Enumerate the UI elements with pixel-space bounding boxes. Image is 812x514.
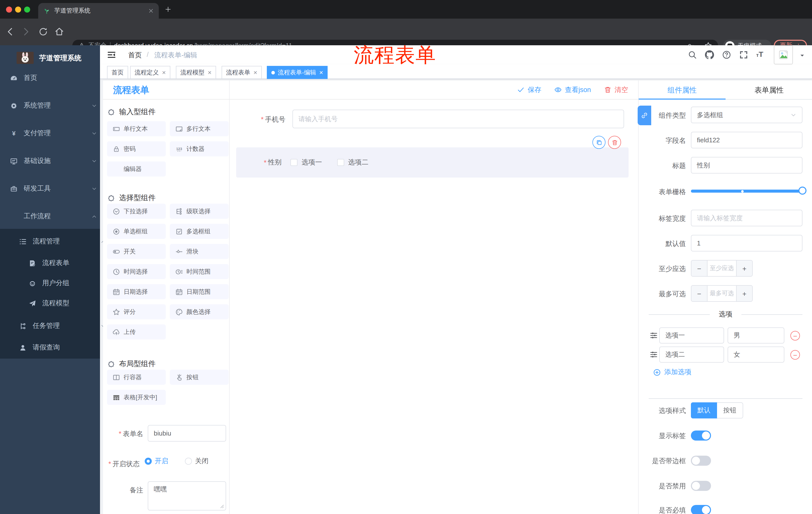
- component-chip-date-picker[interactable]: 日期选择: [107, 284, 166, 299]
- traffic-minimize-button[interactable]: [15, 6, 21, 12]
- option-value-input[interactable]: 女: [728, 347, 784, 362]
- component-chip-time-picker[interactable]: 时间选择: [107, 264, 166, 279]
- default-value-input[interactable]: 1: [691, 235, 803, 251]
- help-icon[interactable]: [722, 50, 731, 59]
- component-chip-checkbox-group[interactable]: 多选框组: [170, 224, 229, 239]
- option-value-input[interactable]: 男: [728, 327, 784, 344]
- remove-option-icon[interactable]: −: [790, 331, 800, 341]
- phone-input[interactable]: 请输入手机号: [292, 110, 624, 128]
- reload-icon[interactable]: [38, 27, 48, 37]
- option-name-input[interactable]: 选项二: [659, 347, 724, 362]
- plus-button[interactable]: +: [736, 286, 752, 301]
- grid-slider-handle[interactable]: [799, 187, 807, 195]
- tag-close-icon[interactable]: ✕: [253, 70, 258, 75]
- sidebar-item-devtools[interactable]: 研发工具: [0, 176, 110, 201]
- form-name-input[interactable]: biubiu: [148, 425, 226, 441]
- minus-button[interactable]: −: [691, 261, 707, 276]
- add-option-button[interactable]: 添加选项: [653, 368, 691, 377]
- component-chip-time-range[interactable]: 时间范围: [170, 264, 229, 279]
- search-icon[interactable]: [688, 50, 697, 59]
- title-input[interactable]: 性别: [691, 157, 803, 173]
- sidebar-item-leave-query[interactable]: 请假查询: [0, 336, 119, 359]
- component-chip-multi-text[interactable]: 多行文本: [170, 121, 229, 136]
- show-label-toggle[interactable]: [691, 431, 711, 440]
- delete-component-button[interactable]: [608, 136, 621, 149]
- component-chip-editor[interactable]: 编辑器: [107, 161, 166, 177]
- component-chip-row-container[interactable]: 行容器: [107, 370, 166, 385]
- traffic-zoom-button[interactable]: [24, 6, 30, 12]
- avatar[interactable]: [774, 45, 793, 64]
- tab-form-props[interactable]: 表单属性: [726, 80, 812, 100]
- min-select-stepper[interactable]: − 至少应选 +: [691, 260, 753, 277]
- sidebar-item-home[interactable]: 首页: [0, 65, 110, 90]
- save-button[interactable]: 保存: [517, 85, 541, 94]
- home-icon[interactable]: [54, 27, 64, 37]
- component-chip-radio-group[interactable]: 单选框组: [107, 224, 166, 239]
- sidebar-item-infra[interactable]: 基础设施: [0, 148, 110, 173]
- github-icon[interactable]: [705, 50, 714, 59]
- tag-close-icon[interactable]: ✕: [319, 70, 323, 75]
- clear-button[interactable]: 清空: [604, 85, 628, 94]
- component-chip-slider[interactable]: 滑块: [170, 244, 229, 259]
- avatar-caret-icon[interactable]: [800, 53, 805, 58]
- tag-home[interactable]: 首页: [107, 66, 128, 79]
- tag-process-definition[interactable]: 流程定义✕: [130, 66, 171, 79]
- component-chip-cascader[interactable]: 级联选择: [170, 204, 229, 219]
- component-chip-dropdown[interactable]: 下拉选择: [107, 204, 166, 219]
- checkbox-option1[interactable]: [291, 159, 298, 166]
- style-button-button[interactable]: 按钮: [717, 402, 743, 418]
- sidebar-item-system[interactable]: 系统管理: [0, 93, 110, 118]
- copy-component-button[interactable]: [592, 136, 606, 149]
- sidebar-item-task-mgmt[interactable]: 任务管理: [0, 313, 119, 339]
- status-radio-off[interactable]: 关闭: [185, 457, 208, 466]
- component-chip-date-range[interactable]: 日期范围: [170, 284, 229, 299]
- component-chip-upload[interactable]: 上传: [107, 324, 166, 340]
- tag-process-form[interactable]: 流程表单✕: [222, 66, 262, 79]
- component-chip-single-text[interactable]: 单行文本: [107, 121, 166, 136]
- sidebar-item-workflow[interactable]: 工作流程: [0, 204, 110, 229]
- sidebar-item-payment[interactable]: ¥ 支付管理: [0, 121, 110, 146]
- font-size-icon[interactable]: тT: [756, 50, 763, 58]
- checkbox-option2[interactable]: [337, 159, 344, 166]
- new-tab-icon[interactable]: [165, 6, 171, 12]
- tag-process-model[interactable]: 流程模型✕: [176, 66, 216, 79]
- tab-close-icon[interactable]: [148, 8, 154, 13]
- traffic-close-button[interactable]: [6, 6, 12, 12]
- component-chip-counter[interactable]: 123计数器: [170, 141, 229, 156]
- forward-icon[interactable]: [21, 27, 31, 37]
- tab-component-props[interactable]: 组件属性: [639, 80, 726, 100]
- style-default-button[interactable]: 默认: [691, 402, 717, 418]
- drag-handle-icon[interactable]: [650, 351, 658, 359]
- grid-slider-track[interactable]: [691, 190, 804, 193]
- status-radio-on[interactable]: 开启: [145, 457, 168, 466]
- component-chip-switch[interactable]: 开关: [107, 244, 166, 259]
- tag-close-icon[interactable]: ✕: [162, 70, 166, 75]
- minus-button[interactable]: −: [691, 286, 707, 301]
- stepper-value[interactable]: 最多可选: [707, 286, 736, 301]
- browser-tab[interactable]: 芋道管理系统: [38, 3, 159, 19]
- back-icon[interactable]: [5, 27, 15, 37]
- sidebar-collapse-icon[interactable]: [107, 50, 116, 59]
- label-width-input[interactable]: 请输入标签宽度: [691, 210, 803, 226]
- component-chip-rate[interactable]: 评分: [107, 304, 166, 319]
- remark-textarea[interactable]: 嘿嘿: [148, 481, 226, 511]
- max-select-stepper[interactable]: − 最多可选 +: [691, 285, 753, 302]
- drag-handle-icon[interactable]: [650, 331, 658, 340]
- field-name-input[interactable]: field122: [691, 132, 803, 148]
- option-name-input[interactable]: 选项一: [659, 327, 724, 344]
- component-chip-table[interactable]: 表格[开发中]: [107, 390, 166, 405]
- breadcrumb-home[interactable]: 首页: [128, 51, 142, 60]
- resize-grip-icon[interactable]: [219, 504, 224, 509]
- tag-close-icon[interactable]: ✕: [207, 70, 212, 75]
- view-json-button[interactable]: 查看json: [554, 85, 591, 94]
- component-type-select[interactable]: 多选框组: [691, 107, 803, 123]
- component-chip-color-picker[interactable]: 颜色选择: [170, 304, 229, 319]
- tag-process-form-edit-active[interactable]: 流程表单-编辑✕: [267, 66, 328, 79]
- sidebar-item-process-mgmt[interactable]: 流程管理: [0, 229, 119, 254]
- stepper-value[interactable]: 至少应选: [707, 261, 736, 276]
- selected-gender-component[interactable]: * 性别 选项一 选项二: [236, 147, 629, 178]
- required-toggle[interactable]: [691, 505, 711, 514]
- component-chip-password[interactable]: 密码: [107, 141, 166, 156]
- fullscreen-icon[interactable]: [739, 50, 748, 59]
- plus-button[interactable]: +: [736, 261, 752, 276]
